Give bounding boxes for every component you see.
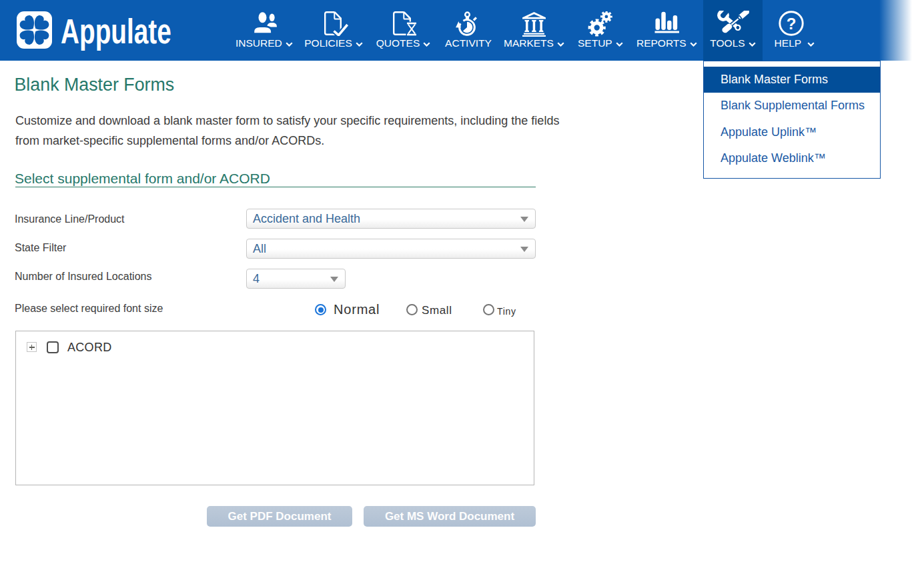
svg-text:?: ? xyxy=(787,15,797,33)
